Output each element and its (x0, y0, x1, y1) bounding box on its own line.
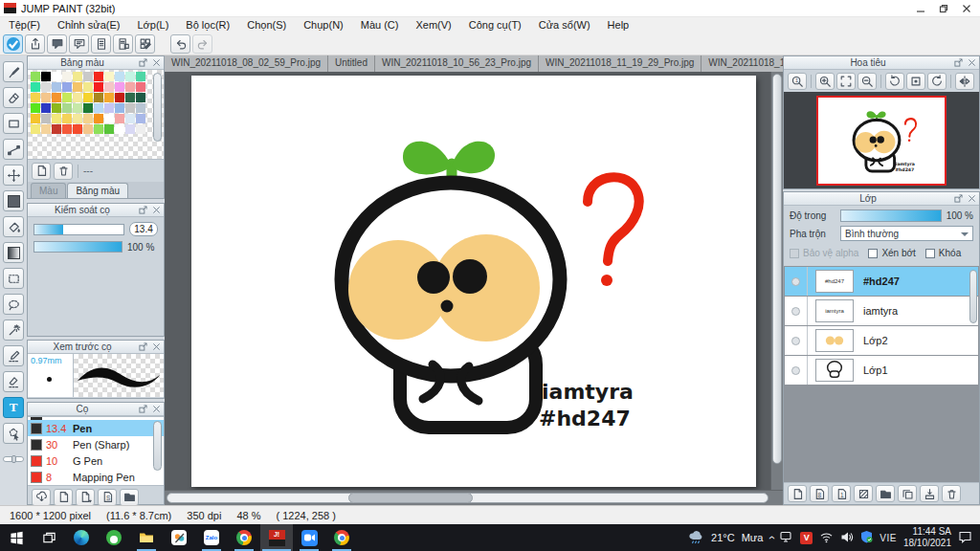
canvas-viewport[interactable] (165, 72, 770, 490)
cloud-sync-button[interactable] (3, 34, 23, 54)
object-select-tool[interactable] (3, 423, 24, 444)
palette-swatch[interactable] (41, 103, 51, 113)
menu-item[interactable]: Công cụ(T) (460, 18, 530, 32)
palette-swatch[interactable] (52, 124, 61, 134)
taskbar-explorer-icon[interactable] (130, 524, 163, 551)
popout-icon[interactable] (137, 205, 148, 215)
shape-rect-tool[interactable] (3, 113, 24, 134)
palette-swatch[interactable] (136, 82, 145, 92)
palette-swatch[interactable] (41, 93, 51, 102)
taskbar-zoom-app-icon[interactable] (293, 524, 325, 551)
toolbar-zoom-slider[interactable] (3, 456, 24, 462)
palette-tab-Bảng màu[interactable]: Bảng màu (67, 183, 128, 198)
layer-row[interactable]: Lớp1 (785, 356, 978, 385)
palette-swatch[interactable] (73, 93, 82, 102)
document-tab[interactable]: WIN_20211018_10_56_23_Pro.jpg (375, 55, 539, 72)
zoom-actual-button[interactable]: 1 (788, 73, 807, 90)
layer-folder-button[interactable] (876, 485, 895, 502)
document-button[interactable] (91, 34, 111, 54)
layer-visibility-toggle[interactable] (785, 356, 808, 385)
close-icon[interactable] (150, 205, 162, 215)
close-icon[interactable] (150, 57, 162, 68)
blend-mode-select[interactable]: Bình thường (840, 226, 973, 241)
menu-item[interactable]: Tệp(F) (0, 18, 49, 32)
tray-expand-icon[interactable]: › (765, 536, 778, 540)
palette-swatch[interactable] (136, 114, 145, 123)
lock-checkbox[interactable] (925, 249, 935, 258)
undo-button[interactable] (170, 34, 190, 54)
palette-swatch[interactable] (41, 114, 51, 123)
layer-visibility-toggle[interactable] (785, 297, 808, 325)
color-swatch-tool[interactable] (3, 190, 24, 211)
palette-swatch[interactable] (52, 93, 61, 102)
brush-size-value[interactable]: 13.4 (129, 222, 158, 236)
layer-row[interactable]: #hd247#hd247 (785, 267, 978, 296)
palette-swatch[interactable] (94, 103, 103, 113)
select-rect-tool[interactable] (3, 268, 24, 289)
menu-item[interactable]: Chọn(S) (238, 18, 295, 32)
menu-item[interactable]: Cửa sổ(W) (530, 18, 599, 32)
palette-swatch[interactable] (115, 93, 124, 102)
palette-swatch[interactable] (136, 124, 145, 134)
brush-item[interactable]: 8Mapping Pen (28, 469, 164, 485)
palette-swatch[interactable] (115, 82, 124, 92)
taskbar-zalo-icon[interactable]: Zalo (195, 524, 228, 551)
palette-swatch[interactable] (31, 124, 40, 134)
volume-icon[interactable] (840, 531, 854, 545)
layer-transfer-button[interactable] (920, 485, 939, 502)
select-eraser-tool[interactable] (3, 371, 24, 392)
menu-item[interactable]: Màu (C) (352, 18, 408, 32)
zoom-in-button[interactable] (815, 73, 835, 90)
taskbar-coccoc-icon[interactable] (98, 524, 130, 551)
palette-swatch[interactable] (104, 72, 114, 81)
hscroll-thumb[interactable] (348, 493, 473, 503)
taskbar-chrome-icon[interactable] (228, 524, 260, 551)
palette-swatch[interactable] (52, 72, 61, 81)
palette-swatch[interactable] (115, 124, 124, 134)
layer-row[interactable]: Lớp2 (785, 326, 978, 355)
popout-icon[interactable] (137, 57, 148, 68)
palette-swatch[interactable] (115, 72, 124, 81)
zoom-fit-button[interactable] (836, 73, 856, 90)
palette-swatch[interactable] (41, 72, 51, 81)
palette-swatch[interactable] (73, 72, 82, 81)
close-button[interactable] (955, 0, 978, 17)
redo-button[interactable] (192, 34, 212, 54)
move-tool[interactable] (3, 165, 24, 186)
brush-item[interactable]: 10G Pen (28, 452, 164, 469)
brush-doc-caret-button[interactable] (76, 489, 95, 506)
palette-swatch[interactable] (136, 72, 145, 81)
zoom-out-button[interactable] (858, 73, 877, 90)
control-point-tool[interactable] (3, 139, 24, 160)
palette-swatch[interactable] (94, 82, 103, 92)
brush-folder-button[interactable] (120, 489, 139, 506)
palette-swatch[interactable] (62, 93, 72, 102)
layer-visibility-toggle[interactable] (785, 326, 808, 355)
document-tab[interactable]: WIN_20211018_08_02_59_Pro.jpg (165, 55, 328, 72)
document-tab[interactable]: WIN_20211018_11_26_55_Pro.jpg (702, 55, 783, 72)
layer-scrollbar[interactable] (969, 270, 977, 323)
document-tab[interactable]: Untitled (328, 55, 375, 72)
menu-item[interactable]: Lớp(L) (128, 18, 177, 32)
weather-temp[interactable]: 21°C (711, 532, 735, 543)
brush-item[interactable]: 13.4Pen (28, 420, 164, 436)
palette-swatch[interactable] (83, 124, 93, 134)
doc-settings-button[interactable] (113, 34, 133, 54)
palette-swatch[interactable] (83, 103, 93, 113)
brush-new-doc-button[interactable] (54, 489, 73, 506)
rotate-ccw-button[interactable] (885, 73, 904, 90)
palette-swatch[interactable] (73, 82, 82, 92)
palette-swatch[interactable] (125, 82, 135, 92)
palette-swatch[interactable] (31, 114, 40, 123)
alpha-protect-checkbox[interactable] (790, 249, 799, 258)
palette-swatch[interactable] (125, 72, 135, 81)
restore-button[interactable] (932, 0, 955, 17)
palette-swatch[interactable] (83, 72, 93, 81)
select-pen-tool[interactable] (3, 345, 24, 366)
menu-item[interactable]: Chụp(N) (295, 18, 352, 32)
popout-icon[interactable] (137, 404, 148, 414)
palette-swatch[interactable] (52, 103, 61, 113)
palette-swatch[interactable] (62, 124, 72, 134)
popout-icon[interactable] (137, 342, 148, 352)
palette-swatch[interactable] (104, 124, 114, 134)
